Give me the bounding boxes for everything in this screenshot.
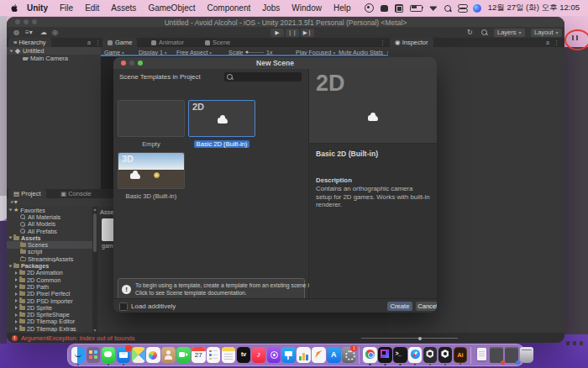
dock-settings-icon[interactable]: 1 [342, 347, 355, 363]
step-button[interactable]: ▶❘ [301, 29, 314, 37]
tree-item[interactable]: 2D Path [7, 283, 92, 290]
tree-item[interactable]: All Materials [7, 213, 92, 220]
dock-minimized-window[interactable] [490, 347, 503, 363]
play-button[interactable]: ▶ [270, 29, 284, 37]
tab-inspector[interactable]: ◉ Inspector [390, 38, 433, 47]
expander-icon[interactable] [15, 271, 18, 275]
expander-icon[interactable] [15, 327, 18, 330]
unity-status-bar[interactable]: ! ArgumentException: Index out of bounds [7, 333, 564, 343]
tab-game[interactable]: Game [102, 38, 137, 47]
expander-icon[interactable] [9, 237, 13, 239]
menu-assets[interactable]: Assets [105, 3, 142, 13]
dock-launchpad-icon[interactable] [87, 347, 100, 363]
menu-jobs[interactable]: Jobs [256, 3, 286, 13]
tree-item[interactable]: All Models [7, 221, 92, 228]
dock-contacts-icon[interactable] [161, 347, 175, 363]
scale-slider-handle[interactable] [245, 50, 248, 53]
template-thumbnail[interactable] [118, 100, 185, 137]
lock-icon[interactable]: a [87, 39, 91, 46]
dock-calendar-icon[interactable]: 27 [192, 347, 205, 363]
expander-icon[interactable] [15, 292, 18, 296]
spotlight-icon[interactable] [444, 5, 451, 12]
dock-unity-icon[interactable] [438, 347, 452, 363]
tree-item[interactable]: 2D Sprite [7, 304, 92, 311]
scrollbar-thumb[interactable] [93, 213, 97, 252]
unity-titlebar[interactable]: Untitled - Avoid Alcohol - iOS - Unity 2… [7, 17, 564, 27]
dock-mail-icon[interactable] [117, 347, 130, 363]
hierarchy-item-camera[interactable]: Main Camera [7, 55, 116, 62]
tab-animator[interactable]: Animator [146, 38, 189, 47]
template-search-input[interactable] [224, 72, 302, 81]
menu-gameobject[interactable]: GameObject [142, 3, 201, 13]
tab-hierarchy[interactable]: ≡ Hierarchy [8, 38, 51, 47]
activity-indicator-icon[interactable]: ↻ [467, 29, 473, 36]
dialog-titlebar[interactable]: New Scene [113, 57, 437, 70]
template-thumbnail[interactable]: 2D [188, 100, 255, 137]
tree-item[interactable]: Scenes [7, 241, 92, 248]
dock-keynote-icon[interactable] [281, 347, 295, 363]
panel-menu-icon[interactable]: ⋮ [554, 39, 559, 46]
layers-dropdown[interactable]: Layers [494, 29, 525, 37]
dock-pages-icon[interactable] [312, 347, 325, 363]
dock-trash-icon[interactable] [520, 347, 533, 363]
search-icon[interactable] [481, 29, 487, 35]
tree-item[interactable]: StreamingAssets [7, 255, 92, 262]
create-button[interactable]: Create [387, 302, 412, 311]
dock-podcasts-icon[interactable] [267, 347, 281, 363]
dock-unity-hub-icon[interactable] [423, 347, 437, 363]
panel-menu-icon[interactable]: ⋮ [380, 39, 386, 46]
apple-menu-icon[interactable] [10, 3, 19, 13]
expander-icon[interactable] [15, 299, 18, 302]
expander-icon[interactable] [15, 306, 18, 309]
tree-item-favorites[interactable]: ★Favorites [7, 207, 92, 213]
control-center-icon[interactable] [458, 4, 466, 12]
siri-icon[interactable] [473, 4, 481, 13]
dock-jetbrains-ide-icon[interactable] [378, 347, 391, 363]
lock-icon[interactable]: a [546, 39, 549, 46]
battery-icon[interactable] [410, 5, 423, 12]
dock-reminders-icon[interactable] [207, 347, 220, 363]
input-source-icon[interactable] [395, 4, 403, 13]
dock-documents-stack[interactable] [475, 347, 488, 363]
expander-icon[interactable] [9, 209, 13, 212]
menu-edit[interactable]: Edit [79, 3, 105, 13]
status-slider-handle[interactable] [418, 337, 422, 340]
load-additively-checkbox[interactable] [119, 302, 128, 311]
dock-notes-icon[interactable] [222, 347, 235, 363]
dock-terminal-icon[interactable]: >_ [393, 347, 407, 363]
expander-icon[interactable] [15, 285, 18, 288]
user-menu-icon[interactable] [365, 3, 374, 13]
pause-button[interactable]: ❘❘ [286, 29, 299, 37]
dock-maps-icon[interactable] [132, 347, 145, 363]
menu-component[interactable]: Component [202, 3, 257, 13]
scale-slider[interactable] [247, 52, 264, 53]
tree-item-assets[interactable]: Assets [7, 234, 92, 241]
dock-tv-icon[interactable]: tv [237, 347, 250, 363]
dock-minimized-window[interactable] [505, 347, 518, 363]
status-slider-track[interactable] [361, 338, 458, 339]
expander-icon[interactable] [15, 313, 18, 317]
tab-project[interactable]: ▤ Project [8, 189, 46, 198]
help-icon[interactable]: ◎ [52, 29, 58, 36]
dock-numbers-icon[interactable] [297, 347, 310, 363]
dock-photos-icon[interactable] [146, 347, 160, 363]
dock-appstore-icon[interactable]: A [327, 347, 340, 363]
template-thumbnail[interactable]: 3D [118, 152, 185, 189]
menu-window[interactable]: Window [286, 3, 328, 13]
cancel-button[interactable]: Cancel [416, 302, 437, 311]
tree-item[interactable]: 2D Animation [7, 270, 92, 276]
dock-facetime-icon[interactable] [176, 347, 190, 363]
add-asset-button[interactable]: +▾ [10, 198, 18, 206]
tab-scene[interactable]: Scene [200, 38, 235, 47]
menu-file[interactable]: File [54, 3, 79, 13]
expander-icon[interactable] [15, 278, 18, 281]
tree-item[interactable]: 2D Common [7, 276, 92, 283]
dock-finder-icon[interactable] [71, 347, 85, 363]
version-control-icon[interactable]: ≡▾ [25, 29, 33, 36]
wifi-icon[interactable] [429, 5, 438, 11]
dock-chrome-icon[interactable] [363, 347, 376, 363]
menu-unity[interactable]: Unity [21, 3, 54, 13]
expander-icon[interactable] [10, 50, 13, 52]
tree-item[interactable]: All Prefabs [7, 228, 92, 234]
hierarchy-item-scene[interactable]: Untitled [7, 47, 104, 55]
